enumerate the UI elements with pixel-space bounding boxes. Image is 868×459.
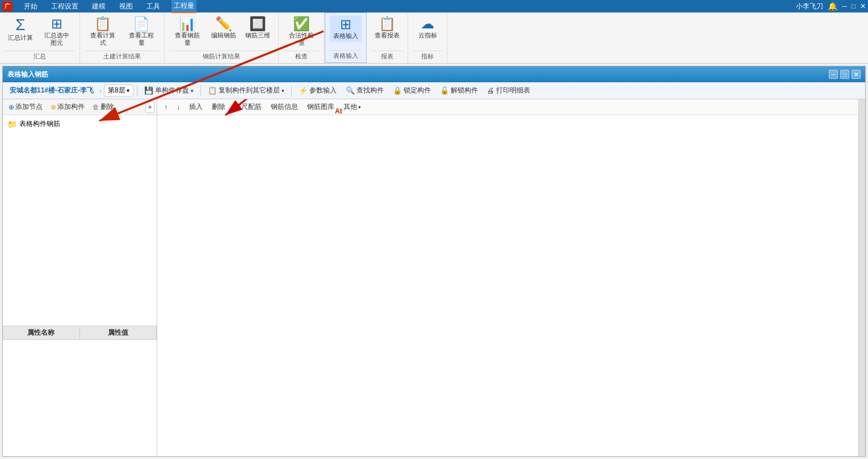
edit-rebar-icon: ✏️ (215, 17, 232, 31)
view-rebar-qty-btn[interactable]: 📊 查看钢筋量 (169, 15, 206, 49)
menu-view[interactable]: 视图 (117, 1, 135, 12)
save-component-icon: 💾 (144, 86, 153, 95)
menu-build[interactable]: 建模 (90, 1, 108, 12)
props-col1-header: 属性名称 (3, 327, 80, 339)
menu-tools[interactable]: 工具 (144, 1, 162, 12)
main-content: ⊕ 添加节点 ⊕ 添加构件 🗑 删除 » 📁 表格构件钢筋 (3, 99, 865, 456)
sum-calc-label: 汇总计算 (8, 34, 33, 41)
add-node-btn[interactable]: ⊕ 添加节点 (5, 101, 46, 113)
print-list-label: 打印明细表 (496, 86, 530, 95)
menu-settings[interactable]: 工程设置 (49, 1, 81, 12)
view-report-btn[interactable]: 📋 查看报表 (371, 15, 403, 41)
legality-check-label: 合法性检查 (287, 32, 316, 47)
tree-root-label: 表格构件钢筋 (19, 119, 60, 129)
floor-label: 第8层 (108, 86, 125, 95)
second-toolbar: 安城名都11#楼-石家庄-李飞 › 第8层 ▾ 💾 单构件存盘 ▾ 📋 复制构件… (3, 82, 865, 99)
print-list-btn[interactable]: 🖨 打印明细表 (484, 85, 534, 96)
save-component-btn[interactable]: 💾 单构件存盘 ▾ (141, 85, 197, 96)
drawing-area (157, 115, 858, 456)
sum-calc-btn[interactable]: Σ 汇总计算 (5, 15, 36, 44)
window-close[interactable]: ✕ (860, 2, 866, 10)
scale-rebar-btn[interactable]: 缩尺配筋 (231, 101, 265, 113)
table-input-label: 表格输入 (333, 32, 358, 40)
window-min[interactable]: ─ (842, 2, 847, 10)
top-menu-left: 广 开始 工程设置 建模 视图 工具 工程量 (2, 0, 196, 13)
view-project-label: 查看工程量 (127, 32, 156, 47)
view-project-btn[interactable]: 📄 查看工程量 (123, 15, 160, 49)
add-component-btn[interactable]: ⊕ 添加构件 (47, 101, 88, 113)
copy-component-icon: 📋 (208, 86, 217, 95)
view-report-label: 查看报表 (375, 32, 400, 39)
props-col2-header: 属性值 (80, 327, 157, 339)
inner-delete-label: 删除 (212, 102, 225, 112)
delete-label: 删除 (100, 102, 114, 112)
ribbon-group-civil-label: 土建计算结果 (85, 50, 160, 61)
sub-window-minimize[interactable]: ─ (829, 70, 838, 79)
rebar-3d-btn[interactable]: 🔲 钢筋三维 (242, 15, 274, 41)
right-side-bar (858, 99, 865, 456)
param-input-icon: ⚡ (299, 86, 308, 95)
more-btn[interactable]: » (145, 102, 154, 113)
param-input-btn[interactable]: ⚡ 参数输入 (295, 85, 340, 96)
app-logo: 广 (2, 1, 12, 11)
report-icon: 📋 (379, 17, 396, 31)
edit-rebar-btn[interactable]: ✏️ 编辑钢筋 (208, 15, 240, 41)
table-input-btn[interactable]: ⊞ 表格输入 (330, 15, 362, 42)
project-icon: 📄 (133, 17, 150, 31)
find-component-label: 查找构件 (357, 86, 384, 95)
move-down-btn[interactable]: ↓ (173, 102, 183, 112)
cloud-icon: ☁ (421, 17, 434, 31)
folder-icon: 📁 (7, 120, 17, 129)
lock-icon: 🔒 (393, 86, 402, 95)
unlock-component-btn[interactable]: 🔓 解锁构件 (437, 85, 481, 96)
scale-rebar-label: 缩尺配筋 (234, 102, 262, 112)
left-panel: ⊕ 添加节点 ⊕ 添加构件 🗑 删除 » 📁 表格构件钢筋 (3, 99, 157, 456)
ribbon-group-index-label: 指标 (413, 50, 442, 61)
rebar-qty-icon: 📊 (179, 17, 196, 31)
top-bar-right: 小李飞刀 🔔 ─ □ ✕ (796, 2, 866, 11)
ribbon-group-report-items: 📋 查看报表 (371, 15, 403, 49)
copy-component-btn[interactable]: 📋 复制构件到其它楼层 ▾ (204, 85, 288, 96)
ribbon-group-rebar-label: 钢筋计算结果 (169, 50, 274, 61)
legality-check-btn[interactable]: ✅ 合法性检查 (283, 15, 320, 49)
username: 小李飞刀 (796, 2, 823, 11)
other-dropdown-icon: ▾ (358, 104, 361, 110)
ribbon-group-index-items: ☁ 云指标 (413, 15, 442, 49)
ribbon-group-civil-items: 📋 查看计算式 📄 查看工程量 (85, 15, 160, 49)
sum-select-btn[interactable]: ⊞ 汇总选中图元 (39, 15, 75, 49)
delete-icon: 🗑 (93, 103, 99, 111)
sub-window-close[interactable]: ✕ (852, 70, 861, 79)
rebar-info-label: 钢筋信息 (271, 102, 298, 112)
insert-btn[interactable]: 插入 (186, 101, 206, 113)
lock-component-btn[interactable]: 🔒 锁定构件 (389, 85, 434, 96)
delete-btn[interactable]: 🗑 删除 (89, 101, 118, 113)
props-header: 属性名称 属性值 (3, 326, 157, 340)
inner-delete-btn[interactable]: 删除 (208, 101, 229, 113)
annotation-svg (157, 115, 498, 314)
inner-toolbar: ↑ ↓ 插入 删除 缩尺配筋 钢筋信息 钢筋图库 (157, 99, 858, 115)
view-formula-label: 查看计算式 (88, 32, 118, 47)
copy-dropdown: ▾ (282, 88, 284, 94)
floor-selector[interactable]: 第8层 ▾ (104, 85, 133, 97)
menu-quantity[interactable]: 工程量 (171, 0, 196, 13)
cloud-index-label: 云指标 (418, 32, 437, 39)
bell-icon[interactable]: 🔔 (828, 2, 837, 11)
cloud-index-btn[interactable]: ☁ 云指标 (413, 15, 442, 41)
sub-window-controls: ─ □ ✕ (829, 70, 861, 79)
other-btn[interactable]: 其他 ▾ (340, 101, 364, 113)
rebar-3d-icon: 🔲 (249, 17, 266, 31)
tree-root-node[interactable]: 📁 表格构件钢筋 (5, 117, 154, 130)
add-node-label: 添加节点 (15, 102, 43, 112)
up-icon: ↑ (164, 103, 167, 111)
rebar-diagram-label: 钢筋图库 (307, 102, 334, 112)
view-formula-btn[interactable]: 📋 查看计算式 (85, 15, 121, 49)
window-max[interactable]: □ (852, 2, 856, 10)
rebar-info-btn[interactable]: 钢筋信息 (267, 101, 301, 113)
rebar-diagram-btn[interactable]: 钢筋图库 (304, 101, 338, 113)
sub-window-restore[interactable]: □ (840, 70, 849, 79)
find-icon: 🔍 (346, 86, 355, 95)
move-up-btn[interactable]: ↑ (161, 102, 171, 112)
find-component-btn[interactable]: 🔍 查找构件 (342, 85, 387, 96)
menu-start[interactable]: 开始 (22, 1, 40, 12)
ribbon-group-report-label: 报表 (371, 50, 403, 61)
